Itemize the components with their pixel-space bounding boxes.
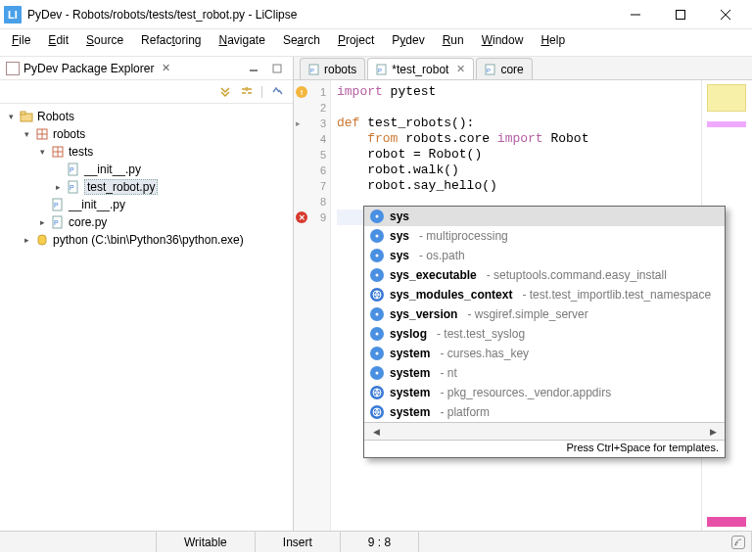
menu-search[interactable]: Search [275,31,328,49]
menu-window[interactable]: Window [474,31,532,49]
menu-source[interactable]: Source [78,31,131,49]
tree-node[interactable]: P__init__.py [6,196,291,213]
minimize-button[interactable] [613,0,658,29]
scroll-left-icon[interactable]: ◀ [368,427,384,437]
rss-icon[interactable] [731,536,745,549]
tree-node[interactable]: ▾Robots [6,108,291,125]
tree-node[interactable]: ▸python (C:\bin\Python36\python.exe) [6,231,291,249]
completion-origin: - curses.has_key [440,347,529,360]
completion-item[interactable]: system - nt [364,363,725,383]
close-view-icon[interactable]: ✕ [162,62,170,74]
package-explorer-icon [6,62,20,75]
svg-rect-1 [677,10,685,19]
tree-label: python (C:\bin\Python36\python.exe) [53,233,244,247]
expander-icon[interactable]: ▸ [22,235,31,245]
minimize-view-button[interactable] [244,60,263,77]
expander-icon[interactable]: ▾ [22,129,31,139]
gutter-line[interactable]: 8 [294,194,330,210]
variable-icon [370,327,384,341]
svg-text:P: P [378,68,382,73]
link-editor-button[interactable] [237,82,257,100]
window-title: PyDev - Robots/robots/tests/test_robot.p… [27,8,613,22]
svg-text:P: P [487,68,491,73]
scroll-right-icon[interactable]: ▶ [705,427,721,437]
completion-item[interactable]: syslog - test.test_syslog [364,324,725,344]
svg-point-39 [376,313,379,316]
completion-name: system [390,405,430,419]
completion-item[interactable]: sys_modules_context - test.test_importli… [364,285,725,304]
completion-name: sys [390,249,409,262]
completion-name: sys [390,229,409,243]
tree-node[interactable]: ▸Ptest_robot.py [6,178,291,196]
warning-marker-icon[interactable]: ! [296,86,307,98]
completion-name: sys [390,210,409,223]
close-button[interactable] [703,0,748,29]
expander-icon[interactable]: ▸ [37,217,47,227]
package-explorer-title: PyDev Package Explorer [24,62,154,75]
completion-item[interactable]: system - platform [364,402,725,422]
completion-item[interactable]: sys_version - wsgiref.simple_server [364,304,725,324]
close-tab-icon[interactable]: ✕ [456,63,465,75]
maximize-button[interactable] [658,0,703,29]
menu-refactoring[interactable]: Refactoring [133,31,209,49]
gutter-line[interactable]: 1! [294,84,330,100]
completion-name: system [390,386,430,399]
error-marker-icon[interactable]: ✕ [296,211,307,223]
gutter-line[interactable]: 9✕ [294,210,330,225]
completion-item[interactable]: sys - multiprocessing [364,226,725,246]
fold-arrow-icon[interactable]: ▸ [296,118,301,128]
editor-tab[interactable]: Pcore [476,58,532,79]
variable-icon [370,210,384,223]
maximize-view-button[interactable] [267,60,287,77]
completion-item[interactable]: system - curses.has_key [364,344,725,363]
svg-point-41 [376,333,379,336]
completion-item[interactable]: sys [364,207,725,226]
menu-pydev[interactable]: Pydev [384,31,432,49]
completion-origin: - pkg_resources._vendor.appdirs [440,386,611,399]
menu-help[interactable]: Help [533,31,573,49]
overview-warning-marker[interactable] [707,84,746,112]
tab-label: *test_robot [392,63,448,76]
completion-item[interactable]: system - pkg_resources._vendor.appdirs [364,383,725,402]
collapse-all-button[interactable] [215,82,235,100]
python-file-icon: P [308,64,320,75]
svg-rect-7 [21,112,25,115]
completion-name: sys_version [390,307,457,321]
expander-icon[interactable]: ▾ [6,112,16,121]
completion-popup[interactable]: syssys - multiprocessingsys - os.pathsys… [363,206,726,458]
variable-icon [370,268,384,282]
gutter-line[interactable]: 3▸ [294,116,330,131]
tree-node[interactable]: ▾robots [6,125,291,143]
menu-navigate[interactable]: Navigate [212,31,273,49]
globe-icon [370,405,384,419]
expander-icon[interactable]: ▸ [53,182,63,192]
gutter-line[interactable]: 5 [294,147,330,163]
svg-text:P: P [54,202,59,209]
completion-origin: - test.test_importlib.test_namespace [522,288,711,302]
gutter: 1!23▸456789✕ [294,80,331,531]
view-menu-button[interactable] [267,82,287,100]
overview-info-marker[interactable] [707,121,746,127]
expander-icon[interactable]: ▾ [37,147,47,157]
overview-error-marker[interactable] [707,517,746,527]
status-cursor-pos: 9 : 8 [341,532,419,552]
gutter-line[interactable]: 2 [294,100,330,116]
gutter-line[interactable]: 7 [294,178,330,194]
gutter-line[interactable]: 4 [294,131,330,147]
completion-item[interactable]: sys_executable - setuptools.command.easy… [364,265,725,285]
menu-edit[interactable]: Edit [40,31,76,49]
tree-label: __init__.py [69,198,125,211]
completion-origin: - setuptools.command.easy_install [487,268,667,282]
tree-node[interactable]: ▾tests [6,143,291,161]
menu-file[interactable]: File [4,31,38,49]
menu-project[interactable]: Project [330,31,382,49]
project-tree[interactable]: ▾Robots▾robots▾testsP__init__.py▸Ptest_r… [0,104,293,531]
completion-item[interactable]: sys - os.path [364,246,725,265]
menu-run[interactable]: Run [435,31,472,49]
editor-tab[interactable]: Probots [300,58,365,79]
tree-node[interactable]: ▸Pcore.py [6,213,291,231]
gutter-line[interactable]: 6 [294,163,330,178]
tree-node[interactable]: P__init__.py [6,161,291,178]
tree-label: test_robot.py [84,179,158,195]
editor-tab[interactable]: P*test_robot✕ [367,58,474,79]
